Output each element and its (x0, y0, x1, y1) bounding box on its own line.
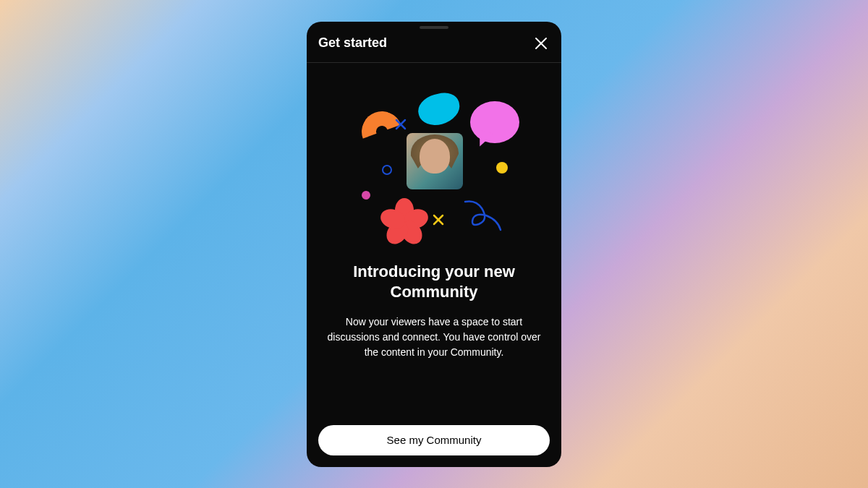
blue-squiggle-shape (461, 198, 505, 234)
yellow-dot-shape (496, 162, 508, 174)
cyan-blob-shape (415, 89, 464, 129)
yellow-x-icon (433, 214, 444, 226)
pink-speech-bubble-shape (470, 101, 519, 143)
blue-circle-icon (382, 165, 392, 175)
blue-x-icon (395, 119, 407, 130)
speaker-notch (420, 26, 448, 29)
magenta-dot-shape (362, 191, 370, 200)
modal-footer: See my Community (307, 414, 561, 467)
header-title: Get started (318, 35, 387, 51)
heading-text: Introducing your new Community (324, 262, 544, 303)
modal-content: Introducing your new Community Now your … (307, 63, 561, 414)
phone-frame: Get started (307, 22, 561, 467)
red-flower-shape (382, 188, 427, 233)
close-button[interactable] (532, 35, 550, 52)
hero-illustration (340, 88, 528, 247)
description-text: Now your viewers have a space to start d… (324, 314, 544, 360)
close-icon (534, 36, 548, 51)
see-community-button[interactable]: See my Community (318, 425, 550, 455)
avatar-image (407, 133, 463, 189)
orange-arc-shape (355, 104, 409, 158)
